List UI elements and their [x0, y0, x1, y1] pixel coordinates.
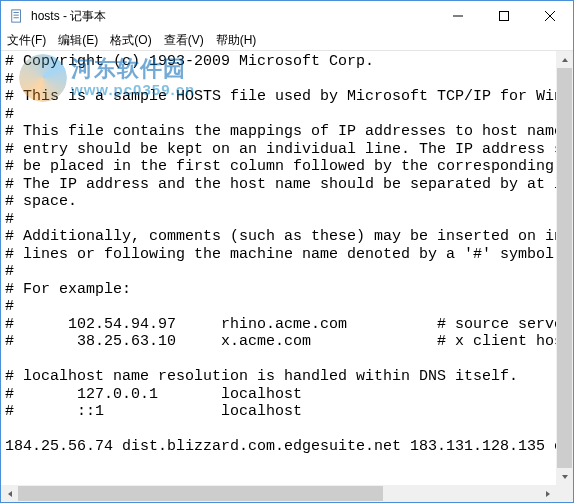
editor-text-content[interactable]: # Copyright (c) 1993-2009 Microsoft Corp…: [5, 53, 552, 456]
menu-bar: 文件(F) 编辑(E) 格式(O) 查看(V) 帮助(H): [1, 31, 573, 51]
scroll-down-button[interactable]: [556, 468, 573, 485]
window-title: hosts - 记事本: [31, 8, 106, 25]
client-area: 河东软件园 www.pc0359.cn # Copyright (c) 1993…: [1, 51, 573, 502]
scroll-left-button[interactable]: [1, 485, 18, 502]
scrollbar-corner: [556, 485, 573, 502]
menu-edit[interactable]: 编辑(E): [56, 32, 100, 49]
menu-help[interactable]: 帮助(H): [214, 32, 259, 49]
text-editor[interactable]: # Copyright (c) 1993-2009 Microsoft Corp…: [1, 51, 556, 485]
svg-rect-0: [12, 10, 21, 22]
notepad-app-icon: [9, 8, 25, 24]
menu-file[interactable]: 文件(F): [5, 32, 48, 49]
notepad-window: hosts - 记事本 文件(F) 编辑(E) 格式(O) 查看(V) 帮助(H…: [0, 0, 574, 503]
close-button[interactable]: [527, 1, 573, 31]
vertical-scrollbar[interactable]: [556, 51, 573, 485]
scroll-up-button[interactable]: [556, 51, 573, 68]
vertical-scroll-thumb[interactable]: [557, 68, 572, 468]
svg-rect-5: [500, 12, 509, 21]
menu-view[interactable]: 查看(V): [162, 32, 206, 49]
window-control-buttons: [435, 1, 573, 31]
vertical-scroll-track[interactable]: [556, 68, 573, 468]
maximize-button[interactable]: [481, 1, 527, 31]
horizontal-scroll-thumb[interactable]: [18, 486, 383, 501]
horizontal-scroll-track[interactable]: [18, 485, 539, 502]
minimize-button[interactable]: [435, 1, 481, 31]
title-bar[interactable]: hosts - 记事本: [1, 1, 573, 31]
scroll-right-button[interactable]: [539, 485, 556, 502]
menu-format[interactable]: 格式(O): [108, 32, 153, 49]
horizontal-scrollbar[interactable]: [1, 485, 556, 502]
